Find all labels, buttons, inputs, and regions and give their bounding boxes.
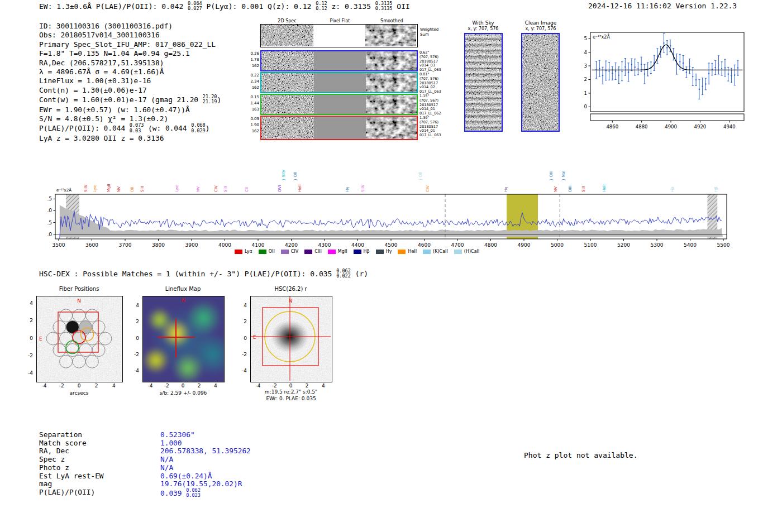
emission-line-label: CIV — [214, 185, 218, 192]
pixel-flat-cell — [314, 95, 366, 114]
cutout-y-tick: -2 — [23, 353, 33, 358]
text-segment: N/A — [160, 455, 173, 463]
with-sky-title: With Sky — [458, 20, 508, 26]
legend-item: CIV — [281, 249, 298, 254]
match-table-value: 19.76(19.55,20.02)R — [160, 480, 242, 488]
spectrum-x-tick: 3700 — [119, 242, 132, 248]
match-table-row: Match score1.000 — [39, 439, 251, 448]
match-table-value: 0.69(±0.24)Å — [160, 472, 212, 481]
match-table-label: Spec z — [39, 456, 160, 464]
scale-value: 162 — [248, 85, 259, 91]
fiber-circle — [73, 332, 85, 345]
hsc-match-summary: HSC-DEX : Possible Matches = 1 (within +… — [39, 269, 368, 279]
emission-line-label: Hγ — [504, 187, 508, 192]
spec2d-row: 0.261.781620.62"(707, 576)20180517v014_0… — [248, 50, 441, 71]
legend-item: OII — [259, 249, 275, 254]
text-segment: 0.69(±0.24)Å — [160, 472, 212, 480]
scale-value: 1.78 — [248, 57, 259, 63]
text-segment: (w: 0.044 — [144, 124, 191, 132]
cutout-y-tick: 2 — [23, 318, 33, 323]
spectrum-x-tick: 3900 — [185, 242, 198, 248]
info-line: F=1.8" T=0.135 N=1.04 A=0.94 g=25.1 — [39, 49, 221, 58]
info-line: P(LAE)/P(OII): 0.044 0.0730.03 (w: 0.044… — [39, 123, 221, 133]
emission-line-label: Lyα — [175, 185, 179, 192]
legend-label: Lyα — [245, 249, 252, 254]
crosshair-vertical — [175, 319, 177, 358]
emission-line-label: NV — [117, 186, 121, 192]
col-header-pixelflat: Pixel Flat — [314, 18, 366, 23]
text-segment: 0.52306" — [160, 430, 195, 439]
info-line: RA,Dec (206.578217,51.395138) — [39, 59, 221, 68]
stacked-value: 0.120.12 — [316, 1, 327, 11]
emission-line-label: SIII — [581, 186, 586, 192]
north-indicator: N — [182, 298, 185, 303]
lineflux-caption: s/b: 2.59 +/- 0.096 — [136, 390, 231, 396]
inset-x-tick: 4940 — [723, 124, 736, 130]
emission-line-label: SiII — [140, 186, 145, 192]
noise-image — [261, 51, 314, 70]
spectrum-plot-area: 3500360037003800390040004100420043004400… — [47, 170, 730, 248]
cutout-x-tick: 0 — [289, 383, 293, 389]
match-table-value: 1.000 — [160, 439, 182, 448]
emission-line-label: Hγ — [345, 187, 350, 192]
cutout-y-tick: 0 — [129, 336, 139, 341]
clean-image-title: Clean Image — [515, 20, 566, 26]
noise-image — [366, 95, 417, 114]
text-segment: S/N = 4.8(±0.5) χ² = 1.3(±0.2) — [39, 114, 168, 123]
legend-label: CIII — [314, 249, 322, 254]
match-table-label: Photo z — [39, 464, 160, 472]
info-line: Primary Spec_Slot_IFU_AMP: 017_086_022_L… — [39, 40, 221, 49]
match-table-row: Est LyA rest-EW0.69(±0.24)Å — [39, 472, 251, 481]
row-scale-labels: 0.151.44163 — [248, 94, 260, 115]
match-table-row: Spec zN/A — [39, 456, 251, 464]
emission-line-label: Hα — [670, 186, 675, 192]
info-line: Cont(w) = 1.60(±0.01)e-17 (gmag 21.20 21… — [39, 95, 221, 105]
inset-unit-label: e⁻¹⁷x2Å — [593, 33, 610, 40]
inset-y-tick: 4 — [584, 50, 587, 55]
legend-swatch — [304, 250, 312, 254]
legend-label: OII — [269, 249, 275, 254]
stack-bottom: 0.12 — [316, 6, 327, 11]
with-sky-noise — [465, 34, 502, 131]
text-segment: 1.000 — [160, 439, 182, 447]
row-scale-labels: 0.222.34162 — [248, 72, 260, 93]
hsc-cutout-panel: NE — [250, 296, 332, 382]
scale-value: 2.34 — [248, 79, 259, 85]
lineflux-map-title: Lineflux Map — [142, 286, 223, 292]
spectrum-y-tick: 0.0 — [47, 232, 52, 237]
text-segment: 19.76(19.55,20.02)R — [160, 480, 242, 488]
spectrum-x-tick: 4000 — [218, 242, 231, 248]
text-segment: Cont(w) = 1.60(±0.01)e-17 (gmag 21.20 — [39, 95, 203, 104]
emission-line-label: OVI — [278, 185, 282, 192]
emission-line-label: SiIV — [84, 185, 88, 192]
legend-label: (K)CaII — [433, 249, 448, 254]
spectrum-x-tick: 5100 — [584, 242, 597, 248]
spectrum-x-tick: 4400 — [351, 242, 364, 248]
legend-label: Hγ — [386, 249, 392, 254]
hsc-caption-2: EWr: 0. PLAE: 0.035 — [244, 396, 338, 401]
stacked-value: 0.0620.022 — [336, 269, 351, 279]
pixel-flat-cell — [314, 117, 366, 139]
stacked-value: 21.2021.19 — [203, 94, 217, 104]
clean-image-coords: x, y: 707, 576 — [515, 26, 566, 31]
spec2d-image-strip — [260, 72, 418, 93]
cutout-y-tick: 4 — [237, 303, 247, 308]
weighted-sum-label-line2: Sum — [420, 32, 438, 37]
stack-bottom: 0.3135 — [375, 6, 393, 11]
cutout-x-tick: -2 — [59, 383, 64, 389]
legend-item: CIII — [304, 249, 322, 254]
spectrum-x-tick: 5500 — [717, 242, 730, 248]
inset-y-tick: 5 — [584, 36, 587, 41]
spectrum-y-tick: 2.5 — [47, 220, 52, 226]
legend-swatch — [235, 250, 242, 254]
line-fit-plot-container: 48604880490049204940012345e⁻¹⁷x2Å — [578, 28, 748, 133]
match-table-row: mag19.76(19.55,20.02)R — [39, 480, 251, 488]
match-table-label: Match score — [39, 439, 160, 448]
cutout-x-tick: 4 — [322, 383, 325, 389]
stacked-value: 0.0680.029 — [191, 123, 206, 133]
stack-bottom: 0.027 — [188, 6, 202, 11]
inset-y-tick: 0 — [584, 104, 587, 109]
cutout-x-tick: 2 — [95, 383, 98, 389]
emission-line-label: SiII — [223, 186, 228, 192]
cutout-x-tick: -2 — [164, 383, 169, 389]
